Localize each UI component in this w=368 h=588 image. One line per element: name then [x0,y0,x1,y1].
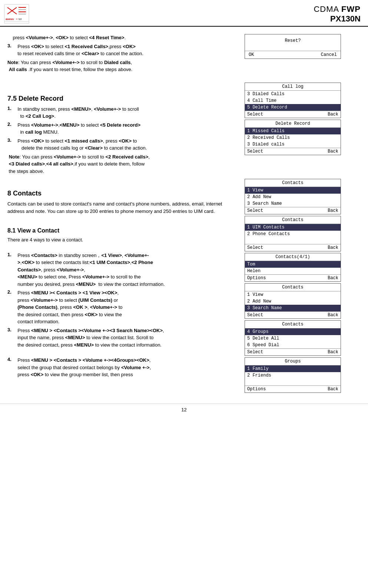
delete-record-item-1-highlighted[interactable]: 1 Missed Calls [245,128,341,134]
contacts-main-item-3[interactable]: 3 Search Name [245,200,341,207]
contacts-more-item-1[interactable]: 4 Groups [245,328,341,335]
delete-record-title: Delete Record [245,120,341,128]
reset-cancel-button[interactable]: Cancel [321,52,337,57]
note-75: Note: You can press <Volume+-> to scroll… [7,153,233,175]
page-number: 12 [181,407,186,412]
contacts-more-footer: Select Back [245,348,341,355]
section-8-title: 8 Contacts [7,190,233,197]
groups-back[interactable]: Back [328,387,338,392]
product-line: CDMA FWP [314,4,361,14]
contacts-search-footer: Select Back [245,311,341,318]
contacts-list-item-1[interactable]: Tom [245,261,341,268]
contacts-list-back[interactable]: Back [328,275,338,281]
contacts-uim-footer: Select Back [245,244,341,251]
contacts-uim-title: Contacts [245,216,341,224]
contacts-list-title: Contacts(4/1) [245,253,341,261]
delete-record-screen: Delete Record 1 Missed Calls 2 Received … [245,120,341,155]
groups-item-3 [245,379,341,385]
reset-dialog-screen: Reset? OK Cancel [245,34,341,59]
delete-record-select[interactable]: Select [247,149,263,154]
contacts-search-item-2[interactable]: 2 Add New [245,298,341,305]
call-log-item-2[interactable]: 4 Call Time [245,97,341,104]
contacts-main-footer: Select Back [245,207,341,214]
delete-record-item-2[interactable]: 2 Received Calls [245,134,341,141]
right-column: Reset? OK Cancel Call log 3 Dialed Calls… [241,30,348,396]
contacts-more-back[interactable]: Back [328,350,338,355]
company-logo: axess + tel [4,4,30,24]
call-log-title: Call log [245,83,341,91]
contacts-search-back[interactable]: Back [328,313,338,318]
groups-options[interactable]: Options [247,387,266,392]
step-81-3: 3. Press <MENU > <Contacts ><Volume +-><… [7,327,233,349]
contacts-more-title: Contacts [245,321,341,328]
page-header: axess + tel CDMA FWP PX130N [0,0,368,27]
svg-text:axess: axess [6,17,14,21]
call-log-footer: Select Back [245,111,341,118]
contacts-uim-item-3 [245,237,341,244]
delete-record-item-3[interactable]: 3 Dialed calls [245,141,341,148]
section-8-intro: Contacts can be used to store contact's … [7,200,233,215]
reset-prompt-text: Reset? [285,38,301,43]
contacts-search-screen: Contacts 1 View 2 Add New 3 Search Name … [245,283,341,319]
delete-record-footer: Select Back [245,148,341,155]
section-81-title: 8.1 View a Contact [7,227,233,234]
title-area: CDMA FWP PX130N [314,4,361,24]
contacts-more-item-2[interactable]: 5 Delete All [245,335,341,342]
groups-screen: Groups 1 Family 2 Friends Options Back [245,357,341,393]
contacts-search-select[interactable]: Select [247,313,263,318]
call-log-select[interactable]: Select [247,112,263,117]
intro-line-1: press <Volume+->, <OK> to select <4 Rese… [7,34,233,41]
step-75-2: 2. Press <Volume+->,<MENU> to select <5 … [7,121,233,136]
reset-ok-button[interactable]: OK [249,52,254,57]
contacts-main-title: Contacts [245,179,341,187]
logo-area: axess + tel [4,4,30,24]
contacts-list-footer: Options Back [245,274,341,281]
contacts-more-item-3[interactable]: 6 Speed Dial [245,342,341,348]
contacts-list-item-2[interactable]: Helen [245,268,341,274]
contacts-main-select[interactable]: Select [247,208,263,213]
main-content: press <Volume+->, <OK> to select <4 Rese… [0,27,368,400]
reset-dialog-footer: OK Cancel [245,51,341,59]
step-75-3: 3. Press <OK> to select <1 missed calls>… [7,137,233,152]
groups-title: Groups [245,358,341,365]
page-footer: 12 [0,404,368,415]
call-log-item-3-highlighted[interactable]: 5 Delete Record [245,104,341,111]
svg-text:+: + [16,17,18,21]
section-75-title: 7.5 Delete Record [7,95,233,103]
model-number: PX130N [314,14,361,24]
contacts-uim-back[interactable]: Back [328,245,338,250]
step-81-2: 2. Press <MENU >< Contacts > <1 View ><O… [7,289,233,325]
contacts-uim-screen: Contacts 1 UIM Contacts 2 Phone Contacts… [245,216,341,251]
svg-text:tel: tel [19,17,22,21]
contacts-uim-item-1[interactable]: 1 UIM Contacts [245,224,341,231]
contacts-main-screen: Contacts 1 View 2 Add New 3 Search Name … [245,179,341,214]
reset-dialog-body: Reset? [245,34,341,51]
step-81-4: 4. Press <MENU > <Contacts > <Volume +->… [7,357,233,378]
contacts-more-screen: Contacts 4 Groups 5 Delete All 6 Speed D… [245,320,341,356]
delete-record-back[interactable]: Back [328,149,338,154]
call-log-item-1[interactable]: 3 Dialed Calls [245,91,341,97]
contacts-uim-select[interactable]: Select [247,245,263,250]
contacts-more-select[interactable]: Select [247,350,263,355]
groups-footer: Options Back [245,385,341,392]
step-75-1: 1. In standby screen, press <MENU>, <Vol… [7,106,233,120]
contacts-list-screen: Contacts(4/1) Tom Helen Options Back [245,253,341,282]
call-log-screen: Call log 3 Dialed Calls 4 Call Time 5 De… [245,83,341,118]
intro-note: Note: You can press <Volume+-> to scroll… [7,59,233,73]
step-81-1: 1. Press <Contacts> in standby screen，<1… [7,252,233,288]
contacts-main-item-1[interactable]: 1 View [245,187,341,194]
contacts-search-item-3[interactable]: 3 Search Name [245,305,341,311]
groups-item-1[interactable]: 1 Family [245,365,341,372]
contacts-list-options[interactable]: Options [247,275,266,281]
call-log-back[interactable]: Back [328,112,338,117]
groups-item-2[interactable]: 2 Friends [245,372,341,379]
contacts-search-title: Contacts [245,284,341,291]
contacts-search-item-1[interactable]: 1 View [245,291,341,298]
contacts-main-item-2[interactable]: 2 Add New [245,194,341,200]
contacts-uim-item-2[interactable]: 2 Phone Contacts [245,231,341,237]
contacts-main-back[interactable]: Back [328,208,338,213]
section-81-intro: There are 4 ways to view a contact. [7,236,233,244]
intro-step-3: 3. Press <OK> to select <1 Received Call… [7,43,233,57]
left-column: press <Volume+->, <OK> to select <4 Rese… [0,30,241,396]
